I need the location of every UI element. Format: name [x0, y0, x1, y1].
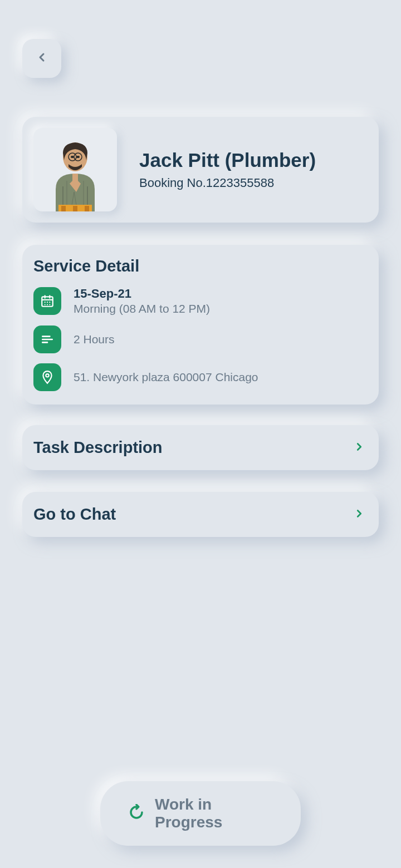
svg-rect-6 — [61, 206, 66, 211]
status-button[interactable]: Work in Progress — [100, 781, 301, 846]
svg-point-14 — [47, 304, 48, 305]
chevron-left-icon — [35, 51, 48, 66]
service-time-slot: Morning (08 AM to 12 PM) — [74, 302, 368, 315]
svg-point-13 — [45, 304, 46, 305]
svg-rect-1 — [71, 156, 74, 158]
service-address: 51. Newyork plaza 600007 Chicago — [74, 371, 368, 384]
svg-point-12 — [49, 302, 50, 303]
go-to-chat-label: Go to Chat — [33, 505, 116, 524]
svg-point-15 — [49, 304, 50, 305]
booking-number: Booking No.1223355588 — [139, 176, 368, 190]
chevron-right-icon — [353, 507, 365, 522]
location-pin-icon — [33, 363, 61, 391]
detail-row-date: 15-Sep-21 Morning (08 AM to 12 PM) — [33, 287, 368, 315]
detail-date-text: 15-Sep-21 Morning (08 AM to 12 PM) — [74, 287, 368, 315]
detail-duration-text: 2 Hours — [74, 333, 368, 346]
svg-point-10 — [45, 302, 46, 303]
service-duration: 2 Hours — [74, 333, 368, 346]
refresh-icon — [128, 804, 145, 823]
status-label: Work in Progress — [155, 796, 273, 831]
service-detail-title: Service Detail — [33, 257, 368, 275]
svg-rect-7 — [73, 206, 77, 211]
svg-rect-8 — [85, 206, 89, 211]
go-to-chat-row[interactable]: Go to Chat — [22, 492, 379, 537]
chevron-right-icon — [353, 441, 365, 455]
detail-row-address: 51. Newyork plaza 600007 Chicago — [33, 363, 368, 391]
task-description-label: Task Description — [33, 438, 163, 457]
provider-card: Jack Pitt (Plumber) Booking No.122335558… — [22, 117, 379, 223]
detail-address-text: 51. Newyork plaza 600007 Chicago — [74, 371, 368, 384]
detail-row-duration: 2 Hours — [33, 326, 368, 353]
provider-info: Jack Pitt (Plumber) Booking No.122335558… — [139, 149, 368, 190]
service-detail-card: Service Detail 15-Sep-21 Morning (08 AM … — [22, 245, 379, 405]
service-date: 15-Sep-21 — [74, 287, 368, 301]
list-icon — [33, 326, 61, 353]
svg-point-16 — [46, 374, 48, 377]
svg-point-11 — [47, 302, 48, 303]
calendar-icon — [33, 287, 61, 315]
task-description-row[interactable]: Task Description — [22, 425, 379, 470]
svg-rect-2 — [76, 156, 80, 158]
person-illustration — [42, 134, 109, 211]
back-button[interactable] — [22, 39, 61, 78]
provider-name: Jack Pitt (Plumber) — [139, 149, 368, 171]
provider-avatar — [33, 128, 117, 211]
